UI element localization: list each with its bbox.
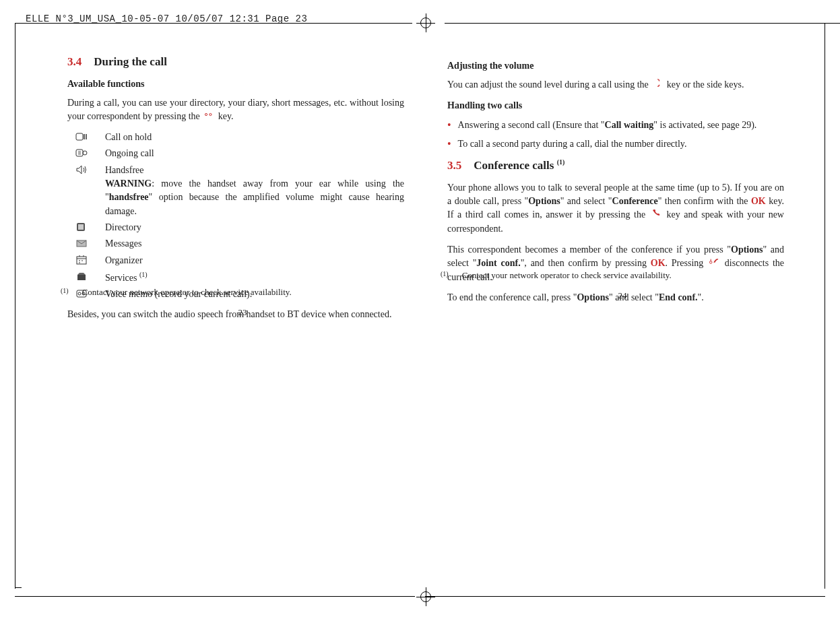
services-icon (74, 270, 89, 282)
section-heading: 3.5Conference calls (1) (447, 158, 784, 174)
handsfree-warning: Handsfree WARNING: move the handset away… (105, 164, 404, 218)
footnote: (1) Contact your network operator to che… (61, 286, 411, 299)
list-item: Messages (67, 237, 404, 251)
crop-line (825, 23, 825, 589)
crop-line (15, 23, 15, 589)
function-list: Call on hold Ongoing call Handsfree WARN… (67, 131, 404, 301)
func-label: Organizer (105, 254, 404, 267)
footnote-text: Contact your network operator to check s… (462, 269, 672, 282)
registration-mark-icon (416, 13, 435, 32)
subheading-available-functions: Available functions (67, 77, 404, 91)
svg-rect-6 (78, 224, 84, 230)
section-title: During the call (94, 55, 167, 68)
two-calls-list: • Answering a second call (Ensure that "… (447, 119, 784, 152)
subheading-volume: Adjusting the volume (447, 59, 784, 73)
crop-line (15, 596, 415, 597)
list-item: Directory (67, 221, 404, 234)
svg-rect-2 (76, 133, 83, 140)
subheading-two-calls: Handling two calls (447, 99, 784, 112)
volume-paragraph: You can adjust the sound level during a … (447, 78, 784, 92)
func-label: Services (1) (105, 270, 404, 285)
ongoing-call-icon (74, 147, 89, 159)
footnote-mark: (1) (441, 269, 449, 282)
svg-rect-9 (77, 275, 86, 280)
intro-paragraph: During a call, you can use your director… (67, 96, 404, 124)
nav-dots-icon (203, 110, 214, 123)
list-item: • To call a second party during a call, … (447, 137, 784, 151)
crop-header-text: ELLE N°3_UM_USA_10-05-07 10/05/07 12:31 … (26, 12, 307, 26)
section-title: Conference calls (1) (474, 159, 564, 172)
page-number: 24 (447, 290, 798, 302)
bullet-icon: • (447, 120, 451, 131)
crop-line (425, 596, 825, 597)
func-label: Directory (105, 221, 404, 234)
page-left: 3.4During the call Available functions D… (61, 54, 411, 328)
bullet-icon: • (447, 139, 451, 150)
bullet-text: Answering a second call (Ensure that "Ca… (458, 119, 784, 132)
call-hold-icon (74, 131, 89, 143)
svg-point-0 (205, 113, 207, 115)
directory-icon (74, 221, 89, 233)
ok-key-icon: OK (751, 196, 766, 206)
call-key-icon (651, 208, 661, 222)
page-number: 23 (67, 306, 418, 319)
handsfree-icon (74, 164, 89, 176)
list-item: Services (1) (67, 270, 404, 285)
section-heading: 3.4During the call (67, 54, 404, 71)
organizer-icon (74, 254, 89, 266)
section-number: 3.4 (67, 55, 82, 68)
list-item: Call on hold (67, 131, 404, 144)
svg-point-1 (209, 113, 212, 115)
conference-p1: Your phone allows you to talk to several… (447, 181, 784, 236)
bullet-text: To call a second party during a call, di… (458, 137, 784, 151)
section-number: 3.5 (447, 159, 461, 172)
svg-point-13 (710, 261, 713, 264)
crop-line (445, 23, 840, 24)
footnote: (1) Contact your network operator to che… (441, 269, 791, 282)
func-label: Ongoing call (105, 147, 404, 160)
end-call-key-icon (709, 256, 719, 269)
list-item: Handsfree WARNING: move the handset away… (67, 164, 404, 218)
ok-key-icon: OK (651, 258, 666, 268)
crop-line (15, 23, 412, 24)
nav-key-icon (652, 78, 663, 92)
func-label: Call on hold (105, 131, 404, 144)
list-item: Organizer (67, 254, 404, 267)
footnote-mark: (1) (61, 286, 69, 299)
list-item: • Answering a second call (Ensure that "… (447, 119, 784, 132)
footnote-text: Contact your network operator to check s… (82, 286, 292, 299)
list-item: Ongoing call (67, 147, 404, 160)
page-right: Adjusting the volume You can adjust the … (441, 54, 791, 311)
registration-mark-icon (416, 587, 435, 606)
crop-line (15, 587, 22, 588)
func-label: Messages (105, 237, 404, 251)
svg-point-4 (83, 151, 87, 155)
messages-icon (74, 237, 89, 249)
